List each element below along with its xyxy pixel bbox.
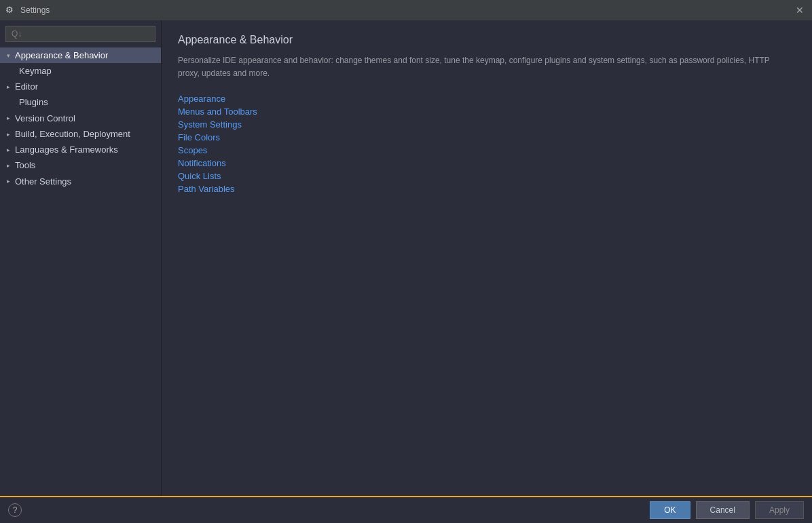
sidebar-items: Appearance & Behavior Keymap Editor Plug…	[0, 47, 161, 496]
link-quick-lists[interactable]: Quick Lists	[178, 171, 221, 181]
help-button[interactable]: ?	[8, 503, 22, 517]
sidebar-item-label: Version Control	[15, 113, 145, 123]
app-icon: ⚙	[5, 5, 16, 16]
expand-arrow-icon	[4, 83, 12, 91]
main-content: Appearance & Behavior Keymap Editor Plug…	[0, 20, 812, 496]
sidebar-item-label: Other Settings	[15, 176, 145, 187]
settings-window: ⚙ Settings ✕ Appearance & Behavior Keyma…	[0, 0, 812, 523]
apply-button[interactable]: Apply	[755, 501, 804, 519]
ok-button[interactable]: OK	[650, 501, 690, 519]
link-appearance[interactable]: Appearance	[178, 94, 225, 104]
sidebar-item-label: Languages & Frameworks	[15, 144, 155, 155]
link-path-variables[interactable]: Path Variables	[178, 184, 235, 194]
link-notifications[interactable]: Notifications	[178, 158, 226, 168]
expand-arrow-icon	[4, 114, 12, 122]
link-file-colors[interactable]: File Colors	[178, 132, 220, 142]
sidebar-item-version-control[interactable]: Version Control ⚙	[0, 110, 161, 126]
sidebar-item-keymap[interactable]: Keymap	[0, 63, 161, 79]
sidebar: Appearance & Behavior Keymap Editor Plug…	[0, 20, 162, 496]
bottom-buttons: OK Cancel Apply	[650, 501, 804, 519]
link-menus-toolbars[interactable]: Menus and Toolbars	[178, 106, 257, 117]
search-input[interactable]	[5, 26, 155, 42]
content-links: Appearance Menus and Toolbars System Set…	[178, 94, 796, 194]
content-description: Personalize IDE appearance and behavior:…	[178, 54, 789, 80]
title-bar: ⚙ Settings ✕	[0, 0, 812, 20]
expand-arrow-icon	[4, 161, 12, 170]
title-bar-left: ⚙ Settings	[5, 5, 50, 16]
sidebar-item-label: Keymap	[19, 66, 155, 76]
sidebar-item-label: Tools	[15, 160, 155, 170]
sidebar-item-label: Plugins	[19, 97, 155, 107]
link-scopes[interactable]: Scopes	[178, 145, 207, 155]
expand-arrow-icon	[4, 177, 12, 185]
bottom-bar: ? OK Cancel Apply	[0, 496, 812, 523]
content-area: Appearance & Behavior Personalize IDE ap…	[162, 20, 812, 496]
question-mark-icon: ?	[13, 505, 18, 515]
sidebar-item-appearance-behavior[interactable]: Appearance & Behavior	[0, 47, 161, 63]
expand-arrow-icon	[4, 130, 12, 138]
search-container	[0, 20, 161, 47]
window-title: Settings	[20, 5, 50, 15]
cancel-button[interactable]: Cancel	[696, 501, 750, 519]
sidebar-item-other-settings[interactable]: Other Settings ⚙	[0, 173, 161, 189]
sidebar-item-label: Appearance & Behavior	[15, 50, 155, 60]
expand-arrow-icon	[4, 146, 12, 154]
content-title: Appearance & Behavior	[178, 34, 796, 46]
sidebar-item-build-execution[interactable]: Build, Execution, Deployment	[0, 126, 161, 142]
link-system-settings[interactable]: System Settings	[178, 119, 242, 130]
sidebar-item-label: Editor	[15, 81, 155, 92]
sidebar-item-tools[interactable]: Tools	[0, 157, 161, 173]
sidebar-item-editor[interactable]: Editor	[0, 79, 161, 94]
sidebar-item-label: Build, Execution, Deployment	[15, 129, 155, 139]
expand-arrow-icon	[4, 52, 12, 60]
close-button[interactable]: ✕	[793, 3, 807, 17]
sidebar-item-plugins[interactable]: Plugins	[0, 94, 161, 110]
sidebar-item-languages-frameworks[interactable]: Languages & Frameworks	[0, 142, 161, 157]
